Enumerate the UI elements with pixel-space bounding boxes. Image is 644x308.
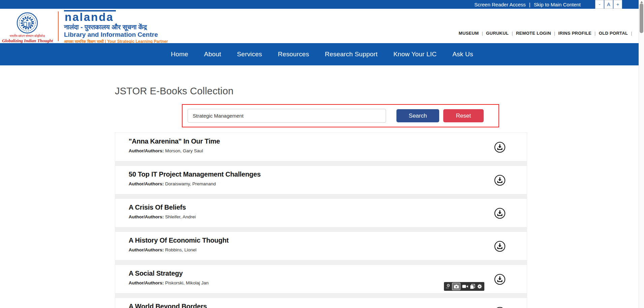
topbar-separator: | bbox=[529, 2, 530, 7]
book-author: Author/Authors:Shleifer, Andrei bbox=[129, 214, 513, 219]
author-label: Author/Authors: bbox=[129, 247, 164, 252]
quick-link-old-portal[interactable]: OLD PORTAL bbox=[599, 31, 628, 36]
search-button[interactable]: Search bbox=[396, 109, 439, 122]
institute-motto: Globalizing Indian Thought bbox=[2, 38, 53, 43]
download-icon bbox=[494, 307, 506, 308]
institute-name-hindi: भारतीय प्रबंधन संस्थान कोझीकोड bbox=[2, 34, 53, 38]
book-author: Author/Authors:Morson, Gary Saul bbox=[129, 148, 513, 153]
author-name: Shleifer, Andrei bbox=[165, 214, 196, 219]
font-increase-button[interactable]: + bbox=[613, 0, 622, 9]
extension-logo-icon[interactable] bbox=[446, 284, 450, 289]
author-name: Doraiswamy, Premanand bbox=[165, 181, 216, 186]
book-title[interactable]: 50 Top IT Project Management Challenges bbox=[129, 171, 513, 178]
screen-capture-toolbar bbox=[444, 282, 484, 291]
quick-link-separator: | bbox=[554, 31, 555, 36]
book-title[interactable]: A Crisis Of Beliefs bbox=[129, 204, 513, 211]
quick-link-separator: | bbox=[631, 31, 632, 36]
book-title[interactable]: A World Beyond Borders bbox=[129, 303, 513, 308]
book-card: "Anna Karenina" In Our Time Author/Autho… bbox=[115, 132, 527, 161]
skip-to-main-content-link[interactable]: Skip to Main Content bbox=[534, 2, 581, 7]
download-icon bbox=[494, 274, 506, 285]
reset-button[interactable]: Reset bbox=[443, 109, 484, 122]
page: Screen Reader Access | Skip to Main Cont… bbox=[0, 0, 644, 308]
font-size-controls: - A + bbox=[595, 0, 622, 9]
book-title[interactable]: "Anna Karenina" In Our Time bbox=[129, 137, 513, 145]
page-title: JSTOR E-Books Collection bbox=[115, 86, 233, 97]
nav-item-ask-us[interactable]: Ask Us bbox=[452, 51, 473, 58]
header-divider bbox=[58, 11, 59, 41]
download-button[interactable] bbox=[494, 208, 506, 219]
scroll-up-arrow-icon[interactable] bbox=[640, 1, 643, 3]
quick-link-separator: | bbox=[594, 31, 596, 36]
quick-link-irins-profile[interactable]: IRINS PROFILE bbox=[558, 31, 592, 36]
download-icon bbox=[494, 142, 506, 153]
book-author: Author/Authors:Doraiswamy, Premanand bbox=[129, 181, 513, 186]
author-label: Author/Authors: bbox=[129, 181, 164, 186]
accessibility-links: Screen Reader Access | Skip to Main Cont… bbox=[474, 0, 581, 9]
nav-item-services[interactable]: Services bbox=[237, 51, 262, 58]
download-icon bbox=[494, 241, 506, 252]
author-name: Piskorski, Mikolaj Jan bbox=[165, 280, 208, 285]
quick-link-remote-login[interactable]: REMOTE LOGIN bbox=[516, 31, 551, 36]
camera-icon[interactable] bbox=[452, 283, 460, 290]
video-camera-icon[interactable] bbox=[462, 284, 468, 289]
author-label: Author/Authors: bbox=[129, 148, 164, 153]
book-list: "Anna Karenina" In Our Time Author/Autho… bbox=[115, 132, 527, 308]
download-icon bbox=[494, 208, 506, 219]
library-brand-block[interactable]: nalanda नालंदा - पुस्तकालय और सूचना केंद… bbox=[64, 10, 168, 44]
scrollbar[interactable] bbox=[639, 0, 644, 308]
quick-link-separator: | bbox=[512, 31, 513, 36]
quick-link-gurukul[interactable]: GURUKUL bbox=[486, 31, 509, 36]
header: भारतीय प्रबंधन संस्थान कोझीकोड Globalizi… bbox=[0, 9, 644, 43]
download-icon bbox=[494, 175, 506, 186]
author-label: Author/Authors: bbox=[129, 280, 164, 285]
scrollbar-thumb[interactable] bbox=[640, 3, 643, 33]
institute-emblem-block: भारतीय प्रबंधन संस्थान कोझीकोड Globalizi… bbox=[2, 12, 53, 43]
institute-emblem-icon bbox=[17, 12, 38, 34]
main-navigation: Home About Services Resources Research S… bbox=[0, 43, 644, 65]
search-input[interactable] bbox=[188, 109, 386, 123]
font-normal-button[interactable]: A bbox=[604, 0, 613, 9]
nav-item-research-support[interactable]: Research Support bbox=[325, 51, 378, 58]
nav-item-resources[interactable]: Resources bbox=[278, 51, 309, 58]
quick-link-separator: | bbox=[482, 31, 483, 36]
screen-reader-access-link[interactable]: Screen Reader Access bbox=[474, 2, 526, 7]
font-decrease-button[interactable]: - bbox=[595, 0, 604, 9]
nav-item-know-your-lic[interactable]: Know Your LIC bbox=[393, 51, 437, 58]
gear-icon[interactable] bbox=[477, 284, 482, 289]
book-title[interactable]: A History Of Economic Thought bbox=[129, 237, 513, 244]
book-card: 50 Top IT Project Management Challenges … bbox=[115, 165, 527, 194]
brand-subtitle-english: Library and Information Centre bbox=[64, 31, 168, 38]
book-card: A History Of Economic Thought Author/Aut… bbox=[115, 232, 527, 260]
search-panel: Search Reset bbox=[182, 104, 499, 127]
quick-links: MUSEUM | GURUKUL | REMOTE LOGIN | IRINS … bbox=[459, 31, 632, 36]
book-card: A Crisis Of Beliefs Author/Authors:Shlei… bbox=[115, 198, 527, 227]
copy-pages-icon[interactable] bbox=[470, 284, 475, 289]
download-button[interactable] bbox=[494, 307, 506, 308]
download-button[interactable] bbox=[494, 241, 506, 252]
quick-link-museum[interactable]: MUSEUM bbox=[459, 31, 479, 36]
book-title[interactable]: A Social Strategy bbox=[129, 270, 513, 277]
author-label: Author/Authors: bbox=[129, 214, 164, 219]
download-button[interactable] bbox=[494, 274, 506, 285]
book-card: A World Beyond Borders bbox=[115, 298, 527, 308]
author-name: Morson, Gary Saul bbox=[165, 148, 203, 153]
topbar: Screen Reader Access | Skip to Main Cont… bbox=[0, 0, 644, 9]
download-button[interactable] bbox=[494, 142, 506, 153]
nav-item-about[interactable]: About bbox=[204, 51, 221, 58]
brand-subtitle-hindi: नालंदा - पुस्तकालय और सूचना केंद्र bbox=[64, 23, 168, 31]
nav-item-home[interactable]: Home bbox=[171, 51, 188, 58]
book-author: Author/Authors:Robbins, Lionel bbox=[129, 247, 513, 252]
nalanda-wordmark: nalanda bbox=[64, 10, 116, 23]
download-button[interactable] bbox=[494, 175, 506, 186]
author-name: Robbins, Lionel bbox=[165, 247, 196, 252]
